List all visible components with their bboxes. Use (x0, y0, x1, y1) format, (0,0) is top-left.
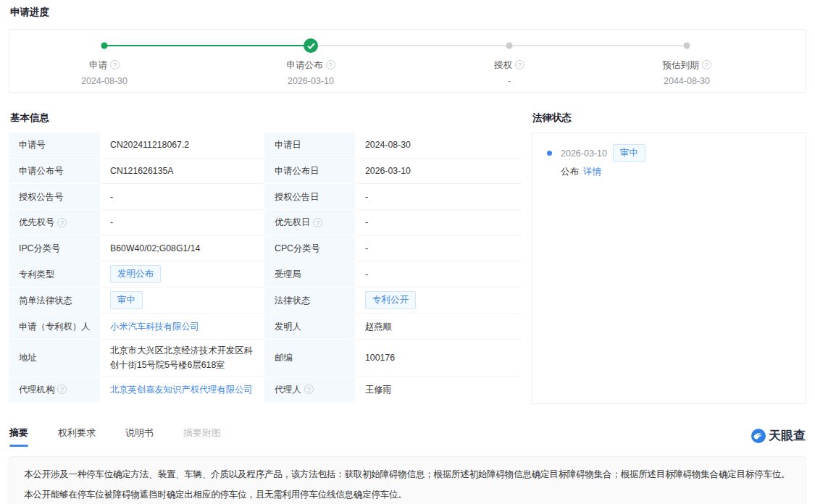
info-label-text: 申请号 (19, 138, 46, 152)
info-label: 优先权号? (9, 210, 100, 236)
help-icon[interactable]: ? (313, 218, 322, 227)
info-value: - (355, 184, 521, 210)
info-value-text: - (110, 215, 113, 230)
timeline-dot-icon (547, 151, 552, 156)
info-value-text: 王修雨 (365, 382, 392, 397)
step-3: 授权?- (430, 59, 589, 86)
abstract-panel: 本公开涉及一种停车位确定方法、装置、车辆、介质以及程序产品，该方法包括：获取初始… (9, 456, 806, 504)
tab-3[interactable]: 说明书 (125, 427, 154, 447)
step-date: 2044-08-30 (607, 76, 766, 86)
status-badge: 专利公开 (365, 291, 416, 309)
info-value-text: 赵燕顺 (365, 319, 392, 334)
legal-status-entry: 2026-03-10 审中 (547, 144, 791, 162)
info-label-text: 申请日 (275, 138, 301, 152)
legal-detail-link[interactable]: 详情 (583, 167, 601, 177)
step-date: 2024-08-30 (25, 76, 184, 86)
progress-line (311, 45, 509, 46)
info-value: 赵燕顺 (355, 314, 521, 340)
entity-link[interactable]: 北京英创嘉友知识产权代理有限公司 (110, 382, 253, 397)
info-value: 100176 (355, 340, 521, 377)
info-value-text: - (365, 241, 368, 256)
info-value-text: 2026-03-10 (365, 164, 411, 178)
info-value: CN202411218067.2 (100, 133, 264, 159)
info-value-text: - (365, 267, 368, 282)
tab-2[interactable]: 权利要求 (58, 427, 96, 447)
legal-status-card: 2026-03-10 审中 公布详情 (532, 133, 806, 404)
tab-1[interactable]: 摘要 (9, 427, 28, 447)
info-value: - (355, 261, 521, 287)
info-value: 小米汽车科技有限公司 (100, 314, 264, 340)
step-dot-icon (684, 43, 690, 49)
info-label-text: 代理机构 (19, 382, 54, 397)
info-value: 北京英创嘉友知识产权代理有限公司 (100, 377, 264, 403)
step-label-text: 授权 (494, 60, 512, 70)
info-label-text: 专利类型 (19, 267, 54, 282)
info-label: IPC分类号 (9, 236, 100, 262)
step-4: 预估到期?2044-08-30 (607, 59, 766, 86)
info-value: 2026-03-10 (355, 159, 521, 185)
step-label: 申请? (25, 59, 184, 72)
status-badge: 审中 (110, 291, 143, 309)
basic-info-title: 基本信息 (10, 112, 49, 125)
status-badge: 发明公布 (110, 265, 161, 283)
step-1: 申请?2024-08-30 (25, 59, 184, 86)
progress-steps: 申请?2024-08-30申请公布?2026-03-10授权?-预估到期?204… (9, 30, 806, 92)
info-label: CPC分类号 (264, 236, 355, 262)
step-label-text: 申请 (89, 60, 107, 70)
info-value-text: - (365, 190, 368, 204)
patent-detail-page: 申请进度 申请?2024-08-30申请公布?2026-03-10授权?-预估到… (0, 0, 815, 504)
help-icon[interactable]: ? (326, 60, 335, 70)
info-label: 发明人 (264, 314, 355, 340)
info-value: 专利公开 (355, 287, 521, 314)
info-label-text: 授权公告号 (19, 190, 63, 204)
step-check-icon (304, 38, 318, 53)
info-value-text: 2024-08-30 (365, 138, 411, 152)
legal-action-label: 公布 (561, 167, 579, 177)
step-dot-icon (101, 43, 108, 49)
legal-status-title: 法律状态 (532, 112, 572, 125)
tab-label: 权利要求 (58, 427, 96, 438)
info-label: 受理局 (264, 261, 355, 287)
step-label: 申请公布? (231, 59, 390, 72)
info-label-text: 简单法律状态 (19, 293, 72, 308)
tab-label: 说明书 (125, 427, 154, 438)
basic-info-table: 申请号CN202411218067.2申请日2024-08-30申请公布号CN1… (9, 133, 521, 403)
info-label-text: 优先权日 (275, 215, 310, 230)
help-icon[interactable]: ? (57, 218, 67, 227)
help-icon[interactable]: ? (515, 60, 524, 70)
detail-tabs: 摘要权利要求说明书摘要附图 (9, 427, 251, 447)
info-label: 法律状态 (264, 287, 355, 314)
info-value: 发明公布 (100, 261, 264, 287)
tab-4: 摘要附图 (183, 427, 221, 447)
entity-link[interactable]: 小米汽车科技有限公司 (110, 319, 199, 334)
info-label-text: 申请公布号 (19, 164, 63, 178)
step-dot-icon (506, 43, 513, 49)
info-label-text: 地址 (19, 350, 37, 365)
help-icon[interactable]: ? (57, 385, 67, 394)
info-label-text: 申请（专利权）人 (19, 319, 90, 334)
info-label: 邮编 (264, 340, 355, 377)
info-label: 优先权日? (264, 210, 355, 236)
legal-status-action: 公布详情 (561, 166, 791, 178)
info-label-text: 邮编 (275, 350, 293, 365)
help-icon[interactable]: ? (702, 60, 711, 70)
tianyancha-icon (751, 429, 766, 443)
info-label: 申请公布日 (264, 159, 355, 185)
info-value: 北京市大兴区北京经济技术开发区科创十街15号院5号楼6层618室 (100, 340, 264, 377)
help-icon[interactable]: ? (304, 385, 314, 394)
info-label-text: CPC分类号 (275, 241, 320, 256)
info-label: 代理机构? (9, 377, 100, 403)
tab-label: 摘要附图 (183, 427, 221, 438)
info-label-text: 法律状态 (275, 293, 310, 308)
info-label: 申请号 (9, 133, 100, 159)
info-value-text: - (365, 215, 368, 230)
info-label-text: 发明人 (275, 319, 301, 334)
info-label-text: 代理人 (275, 382, 301, 397)
info-label-text: 受理局 (275, 267, 301, 282)
info-value: - (100, 210, 264, 236)
info-value: CN121626135A (100, 159, 264, 185)
info-label: 代理人? (264, 377, 355, 403)
help-icon[interactable]: ? (110, 60, 120, 70)
info-value-text: CN202411218067.2 (110, 138, 189, 152)
info-label-text: 授权公告日 (275, 190, 319, 204)
